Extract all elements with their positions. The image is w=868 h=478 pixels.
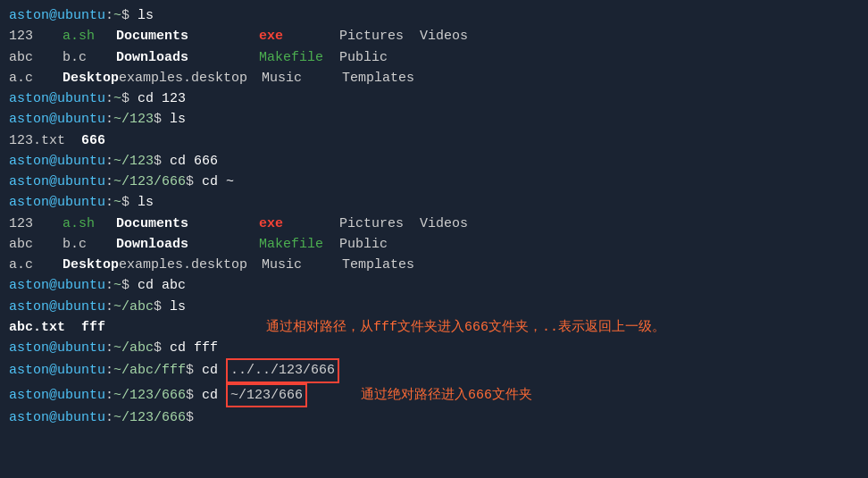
line-home-ls: aston@ubuntu:~$ ls — [9, 192, 859, 213]
ls2-row-2: abc b.c Downloads Makefile Public — [9, 234, 859, 255]
line-abc-ls: aston@ubuntu:~/abc$ ls — [9, 297, 859, 317]
line-final-prompt: aston@ubuntu:~/123/666$ — [9, 407, 859, 428]
ls2-row-3: a.c Desktop examples.desktop Music Templ… — [9, 255, 859, 275]
line-cd-abc: aston@ubuntu:~$ cd abc — [9, 275, 859, 296]
terminal: aston@ubuntu:~$ ls 123 a.sh Documents ex… — [0, 0, 868, 478]
line-666-cd-home: aston@ubuntu:~/123/666$ cd ~ — [9, 172, 859, 192]
line-cd-fff: aston@ubuntu:~/abc$ cd fff — [9, 338, 859, 358]
line-absolute-cd: aston@ubuntu:~/123/666$ cd ~/123/666通过绝对… — [9, 383, 859, 407]
ls-abc-row: abc.txt fff 通过相对路径，从fff文件夹进入666文件夹，..表示返… — [9, 317, 859, 338]
line-cd-666: aston@ubuntu:~/123$ cd 666 — [9, 151, 859, 172]
line-relative-cd: aston@ubuntu:~/abc/fff$ cd ../../123/666 — [9, 358, 859, 382]
annotation-absolute: 通过绝对路径进入666文件夹 — [361, 385, 532, 406]
relative-path-box: ../../123/666 — [226, 358, 339, 382]
line-cd-123: aston@ubuntu:~$ cd 123 — [9, 88, 859, 109]
prompt-user: aston@ubuntu — [9, 5, 105, 26]
ls-row-1: 123 a.sh Documents exe Pictures Videos — [9, 26, 859, 46]
line-123-ls: aston@ubuntu:~/123$ ls — [9, 109, 859, 130]
absolute-path-box: ~/123/666 — [226, 383, 307, 407]
ls-123-row: 123.txt 666 — [9, 130, 859, 151]
ls-row-2: abc b.c Downloads Makefile Public — [9, 47, 859, 68]
annotation-relative: 通过相对路径，从fff文件夹进入666文件夹，..表示返回上一级。 — [266, 317, 665, 338]
ls2-row-1: 123 a.sh Documents exe Pictures Videos — [9, 214, 859, 234]
line-1: aston@ubuntu:~$ ls — [9, 5, 859, 26]
ls-row-3: a.c Desktop examples.desktop Music Templ… — [9, 68, 859, 88]
